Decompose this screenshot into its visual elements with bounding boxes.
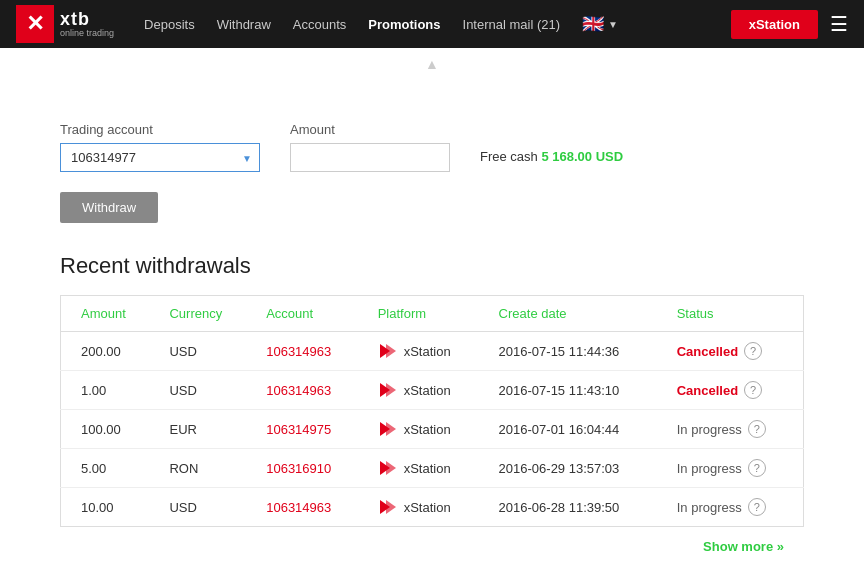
free-cash-display: Free cash 5 168.00 USD xyxy=(480,149,623,172)
logo-sub-text: online trading xyxy=(60,29,114,38)
withdrawals-table: Amount Currency Account Platform Create … xyxy=(60,295,804,527)
cell-account[interactable]: 106314963 xyxy=(252,332,363,371)
platform-name: xStation xyxy=(404,344,451,359)
col-create-date: Create date xyxy=(485,296,663,332)
svg-marker-7 xyxy=(386,461,396,475)
table-row: 5.00 RON 106316910 xStation 2016-06-29 1… xyxy=(61,449,804,488)
nav-internal-mail[interactable]: Internal mail (21) xyxy=(453,13,571,36)
platform-name: xStation xyxy=(404,461,451,476)
status-cell: In progress ? xyxy=(677,459,789,477)
nav-links: Deposits Withdraw Accounts Promotions In… xyxy=(134,9,723,39)
col-platform: Platform xyxy=(364,296,485,332)
header: ✕ xtb online trading Deposits Withdraw A… xyxy=(0,0,864,48)
status-badge: In progress xyxy=(677,422,742,437)
xstation-logo-icon xyxy=(378,458,398,478)
cell-create-date: 2016-06-28 11:39:50 xyxy=(485,488,663,527)
trading-account-select-wrapper[interactable]: 106314977 xyxy=(60,143,260,172)
status-cell: Cancelled ? xyxy=(677,381,789,399)
table-row: 10.00 USD 106314963 xStation 2016-06-28 … xyxy=(61,488,804,527)
free-cash-label: Free cash xyxy=(480,149,538,164)
trading-account-group: Trading account 106314977 xyxy=(60,122,260,172)
cell-amount: 10.00 xyxy=(61,488,156,527)
table-header: Amount Currency Account Platform Create … xyxy=(61,296,804,332)
table-row: 200.00 USD 106314963 xStation 2016-07-15… xyxy=(61,332,804,371)
cell-status: Cancelled ? xyxy=(663,371,804,410)
status-badge: Cancelled xyxy=(677,344,738,359)
xstation-button[interactable]: xStation xyxy=(731,10,818,39)
cell-platform: xStation xyxy=(364,488,485,527)
help-circle-icon[interactable]: ? xyxy=(748,459,766,477)
cell-currency: USD xyxy=(155,488,252,527)
col-account: Account xyxy=(252,296,363,332)
cell-amount: 200.00 xyxy=(61,332,156,371)
cell-account[interactable]: 106314963 xyxy=(252,488,363,527)
cell-platform: xStation xyxy=(364,449,485,488)
help-circle-icon[interactable]: ? xyxy=(748,498,766,516)
platform-name: xStation xyxy=(404,500,451,515)
help-circle-icon[interactable]: ? xyxy=(744,342,762,360)
cell-account[interactable]: 106314963 xyxy=(252,371,363,410)
account-link[interactable]: 106314975 xyxy=(266,422,331,437)
language-chevron-icon: ▼ xyxy=(608,19,618,30)
svg-marker-1 xyxy=(386,344,396,358)
platform-cell: xStation xyxy=(378,419,471,439)
svg-marker-9 xyxy=(386,500,396,514)
cell-create-date: 2016-07-15 11:44:36 xyxy=(485,332,663,371)
top-arrow-indicator xyxy=(0,48,864,72)
withdraw-button[interactable]: Withdraw xyxy=(60,192,158,223)
svg-marker-3 xyxy=(386,383,396,397)
hamburger-menu-icon[interactable]: ☰ xyxy=(830,14,848,34)
platform-cell: xStation xyxy=(378,341,471,361)
help-circle-icon[interactable]: ? xyxy=(744,381,762,399)
account-link[interactable]: 106316910 xyxy=(266,461,331,476)
status-badge: Cancelled xyxy=(677,383,738,398)
platform-cell: xStation xyxy=(378,497,471,517)
svg-marker-5 xyxy=(386,422,396,436)
col-amount: Amount xyxy=(61,296,156,332)
main-content: Trading account 106314977 Amount Free ca… xyxy=(0,72,864,561)
amount-group: Amount xyxy=(290,122,450,172)
account-link[interactable]: 106314963 xyxy=(266,344,331,359)
account-link[interactable]: 106314963 xyxy=(266,500,331,515)
nav-accounts[interactable]: Accounts xyxy=(283,13,356,36)
amount-input[interactable] xyxy=(290,143,450,172)
col-status: Status xyxy=(663,296,804,332)
logo-xtb-text: xtb xyxy=(60,10,114,30)
show-more-link[interactable]: Show more » xyxy=(703,539,784,554)
cell-amount: 1.00 xyxy=(61,371,156,410)
help-circle-icon[interactable]: ? xyxy=(748,420,766,438)
col-currency: Currency xyxy=(155,296,252,332)
platform-cell: xStation xyxy=(378,458,471,478)
logo-x-icon: ✕ xyxy=(26,11,44,37)
table-row: 1.00 USD 106314963 xStation 2016-07-15 1… xyxy=(61,371,804,410)
nav-withdraw[interactable]: Withdraw xyxy=(207,13,281,36)
cell-platform: xStation xyxy=(364,371,485,410)
status-cell: Cancelled ? xyxy=(677,342,789,360)
status-badge: In progress xyxy=(677,500,742,515)
cell-currency: EUR xyxy=(155,410,252,449)
xstation-logo-icon xyxy=(378,497,398,517)
flag-icon: 🇬🇧 xyxy=(582,13,604,35)
nav-promotions[interactable]: Promotions xyxy=(358,13,450,36)
trading-account-select[interactable]: 106314977 xyxy=(60,143,260,172)
section-title: Recent withdrawals xyxy=(60,253,804,279)
account-link[interactable]: 106314963 xyxy=(266,383,331,398)
cell-status: Cancelled ? xyxy=(663,332,804,371)
cell-status: In progress ? xyxy=(663,410,804,449)
cell-status: In progress ? xyxy=(663,488,804,527)
cell-account[interactable]: 106316910 xyxy=(252,449,363,488)
platform-name: xStation xyxy=(404,383,451,398)
status-badge: In progress xyxy=(677,461,742,476)
platform-cell: xStation xyxy=(378,380,471,400)
cell-account[interactable]: 106314975 xyxy=(252,410,363,449)
cell-create-date: 2016-06-29 13:57:03 xyxy=(485,449,663,488)
nav-deposits[interactable]: Deposits xyxy=(134,13,205,36)
status-cell: In progress ? xyxy=(677,498,789,516)
logo[interactable]: ✕ xtb online trading xyxy=(16,5,114,43)
cell-currency: USD xyxy=(155,332,252,371)
cell-currency: USD xyxy=(155,371,252,410)
language-selector[interactable]: 🇬🇧 ▼ xyxy=(572,9,628,39)
logo-box: ✕ xyxy=(16,5,54,43)
status-cell: In progress ? xyxy=(677,420,789,438)
table-body: 200.00 USD 106314963 xStation 2016-07-15… xyxy=(61,332,804,527)
